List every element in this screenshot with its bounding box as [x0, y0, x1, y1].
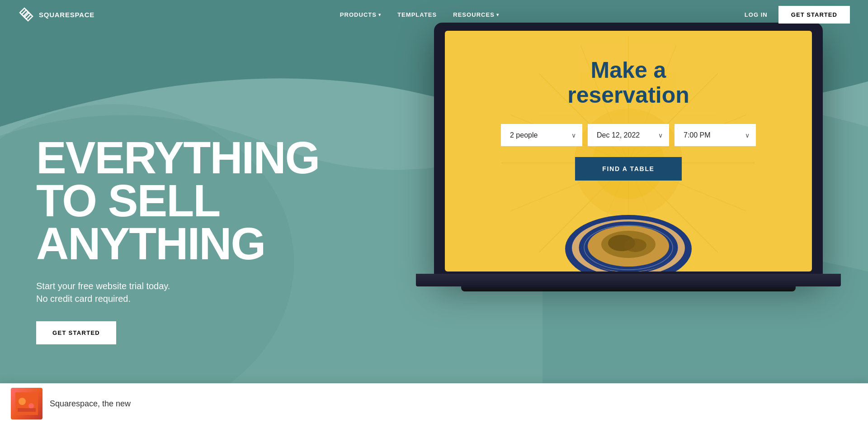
- svg-point-22: [19, 398, 26, 405]
- laptop-base: [416, 274, 841, 286]
- time-select-wrapper: 7:00 PM 6:00 PM 8:00 PM: [675, 124, 756, 146]
- products-chevron-icon: ▾: [378, 12, 381, 17]
- banner-thumbnail-icon: [15, 392, 38, 415]
- hero-title: EVERYTHING TO SELL ANYTHING: [36, 136, 244, 265]
- hero-subtitle: Start your free website trial today. No …: [36, 280, 244, 305]
- nav-right-actions: LOG IN GET STARTED: [745, 6, 850, 24]
- svg-rect-24: [18, 408, 36, 412]
- hero-content: EVERYTHING TO SELL ANYTHING Start your f…: [0, 109, 280, 344]
- nav-center-links: PRODUCTS ▾ TEMPLATES RESOURCES ▾: [340, 11, 499, 18]
- laptop-mockup: Make a reservation 2 people 1 person 3 p…: [434, 23, 841, 394]
- date-select[interactable]: Dec 12, 2022 Dec 13, 2022 Dec 14, 2022: [588, 124, 669, 146]
- nav-templates[interactable]: TEMPLATES: [397, 11, 437, 18]
- laptop-base-bottom: [461, 285, 796, 291]
- guests-select-wrapper: 2 people 1 person 3 people 4 people: [501, 124, 582, 146]
- reservation-title: Make a reservation: [567, 58, 689, 108]
- nav-get-started-button[interactable]: GET STARTED: [778, 6, 850, 24]
- banner-thumbnail: [11, 388, 42, 419]
- squarespace-logo-icon: [18, 6, 34, 23]
- svg-point-18: [624, 238, 646, 252]
- logo-link[interactable]: SQUARESPACE: [18, 6, 94, 23]
- reservation-form: 2 people 1 person 3 people 4 people Dec …: [501, 124, 756, 146]
- svg-point-23: [28, 403, 34, 409]
- laptop-screen: Make a reservation 2 people 1 person 3 p…: [445, 31, 812, 272]
- logo-text: SQUARESPACE: [39, 11, 94, 19]
- hero-cta-button[interactable]: GET STARTED: [36, 321, 116, 344]
- date-select-wrapper: Dec 12, 2022 Dec 13, 2022 Dec 14, 2022: [588, 124, 669, 146]
- plate-graphic: [561, 199, 696, 272]
- laptop-screen-bezel: Make a reservation 2 people 1 person 3 p…: [434, 23, 823, 276]
- resources-chevron-icon: ▾: [496, 12, 499, 17]
- find-table-button[interactable]: FIND A TABLE: [575, 157, 681, 181]
- nav-products[interactable]: PRODUCTS ▾: [340, 11, 381, 18]
- guests-select[interactable]: 2 people 1 person 3 people 4 people: [501, 124, 582, 146]
- nav-resources[interactable]: RESOURCES ▾: [453, 11, 499, 18]
- login-link[interactable]: LOG IN: [745, 11, 768, 18]
- time-select[interactable]: 7:00 PM 6:00 PM 8:00 PM: [675, 124, 756, 146]
- bottom-banner: Squarespace, the new: [0, 383, 868, 424]
- navigation: SQUARESPACE PRODUCTS ▾ TEMPLATES RESOURC…: [0, 0, 868, 29]
- banner-text: Squarespace, the new: [50, 399, 131, 409]
